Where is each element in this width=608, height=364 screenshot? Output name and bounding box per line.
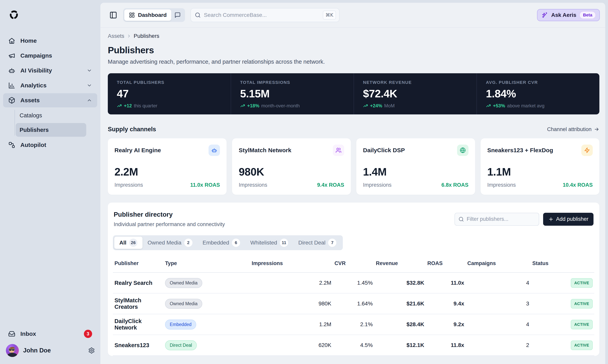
search-placeholder: Search CommerceBase...: [204, 12, 319, 18]
globe-icon: [457, 144, 468, 156]
content: Assets Publishers Publishers Manage adve…: [100, 28, 605, 356]
dashboard-tab[interactable]: Dashboard: [124, 9, 171, 21]
sidebar-item-autopilot[interactable]: Autopilot: [3, 138, 97, 152]
publisher-name: StylMatch Creators: [115, 297, 141, 310]
channel-card-realry[interactable]: Realry AI Engine 2.2M Impressions 11.0x …: [108, 138, 226, 195]
sidebar-item-assets[interactable]: Assets: [3, 93, 97, 107]
tab-count-badge: 7: [328, 239, 336, 247]
type-badge: Embedded: [165, 320, 196, 329]
tab-owned-media[interactable]: Owned Media 2: [143, 237, 198, 249]
revenue-cell: $32.8K: [374, 273, 426, 293]
sidebar-toggle-button[interactable]: [109, 11, 117, 19]
filter-placeholder: Filter publishers...: [467, 216, 508, 222]
sidebar-subitem-label: Catalogs: [20, 112, 42, 119]
sidebar-item-label: Autopilot: [20, 142, 46, 148]
inbox-icon: [8, 330, 15, 337]
sidebar-item-analytics[interactable]: Analytics: [3, 78, 97, 92]
tab-label: Whitelisted: [250, 240, 277, 246]
sidebar-item-campaigns[interactable]: Campaigns: [3, 49, 97, 63]
add-publisher-button[interactable]: Add publisher: [543, 213, 594, 226]
sidebar-item-ai-visibility[interactable]: AI Visibility: [3, 64, 97, 78]
breadcrumb-assets[interactable]: Assets: [108, 33, 124, 39]
type-badge: Owned Media: [165, 299, 202, 309]
col-impressions: Impressions: [250, 255, 333, 273]
panel-left-icon: [109, 11, 117, 19]
channel-name: StylMatch Network: [239, 144, 291, 154]
stat-delta: +53%: [493, 103, 505, 108]
channel-card-sneakers-flexdog[interactable]: Sneakers123 + FlexDog 1.1M Impressions 1…: [481, 138, 599, 195]
supply-channels-title: Supply channels: [108, 126, 156, 133]
type-badge: Direct Deal: [165, 340, 197, 350]
channel-card-dailyclick[interactable]: DailyClick DSP 1.4M Impressions 6.8x ROA…: [356, 138, 475, 195]
sidebar-item-home[interactable]: Home: [3, 34, 97, 48]
stat-label: TOTAL PUBLISHERS: [117, 80, 222, 85]
add-publisher-label: Add publisher: [556, 216, 588, 222]
sidebar-item-label: Inbox: [20, 330, 36, 337]
view-switcher: Dashboard: [123, 8, 185, 22]
chat-view-button[interactable]: [171, 9, 184, 21]
supply-channel-cards: Realry AI Engine 2.2M Impressions 11.0x …: [108, 138, 599, 195]
revenue-cell: $21.6K: [374, 293, 426, 314]
status-badge: ACTIVE: [571, 278, 593, 288]
stat-value: 1.84%: [486, 87, 590, 100]
table-row[interactable]: Sneakers123 Direct Deal 620K 4.5% $12.1K…: [113, 335, 594, 356]
page-subtitle: Manage advertising reach, performance, a…: [108, 59, 599, 65]
impressions-cell: 1.2M: [250, 314, 333, 335]
publisher-name: DailyClick Network: [115, 318, 142, 331]
col-publisher: Publisher: [113, 255, 163, 273]
channel-metric-label: Impressions: [115, 182, 143, 188]
arrow-right-icon: [594, 127, 599, 132]
tab-all[interactable]: All 26: [114, 237, 143, 249]
table-row[interactable]: DailyClick Network Embedded 1.2M 2.1% $2…: [113, 314, 594, 335]
home-icon: [8, 37, 15, 44]
roas-cell: 11.8x: [426, 335, 466, 356]
sidebar-item-label: Home: [20, 38, 37, 44]
channel-attribution-link[interactable]: Channel attribution: [547, 126, 599, 132]
revenue-cell: $28.4K: [374, 314, 426, 335]
campaigns-cell: 2: [466, 335, 531, 356]
stat-delta: +12: [124, 103, 132, 108]
channel-card-stylmatch[interactable]: StylMatch Network 980K Impressions 9.4x …: [232, 138, 351, 195]
sidebar-item-label: Campaigns: [20, 52, 52, 59]
col-cvr: CVR: [333, 255, 374, 273]
channel-attribution-label: Channel attribution: [547, 126, 592, 132]
global-search-input[interactable]: Search CommerceBase... ⌘K: [190, 8, 340, 22]
stat-value: 5.15M: [240, 87, 344, 100]
tab-count-badge: 11: [280, 239, 288, 247]
sidebar: Home Campaigns AI Visibility Analytics A…: [0, 0, 100, 364]
search-icon: [195, 12, 201, 18]
chevron-right-icon: [127, 34, 131, 39]
sidebar-item-catalogs[interactable]: Catalogs: [16, 108, 86, 122]
directory-subtitle: Individual partner performance and conne…: [114, 221, 225, 227]
roas-cell: 11.0x: [426, 273, 466, 293]
stat-value: $72.4K: [363, 87, 467, 100]
table-row[interactable]: Realry Search Owned Media 2.2M 1.45% $32…: [113, 273, 594, 293]
filter-publishers-input[interactable]: Filter publishers...: [455, 213, 539, 226]
cvr-cell: 2.1%: [333, 314, 374, 335]
table-header-row: Publisher Type Impressions CVR Revenue R…: [113, 255, 594, 273]
search-shortcut-badge: ⌘K: [323, 11, 336, 20]
col-type: Type: [163, 255, 250, 273]
chevron-down-icon: [87, 68, 92, 73]
chat-bubble-icon: [174, 12, 181, 18]
sidebar-item-inbox[interactable]: Inbox 3: [3, 327, 97, 341]
sidebar-item-label: AI Visibility: [20, 67, 52, 74]
search-icon: [458, 217, 464, 222]
tab-direct-deal[interactable]: Direct Deal 7: [293, 237, 342, 249]
plus-icon: [548, 217, 554, 222]
revenue-cell: $12.1K: [374, 335, 426, 356]
channel-name: Sneakers123 + FlexDog: [487, 144, 553, 154]
ask-aeris-label: Ask Aeris: [551, 12, 576, 18]
tab-embedded[interactable]: Embedded 6: [198, 237, 245, 249]
status-badge: ACTIVE: [571, 340, 593, 350]
ask-aeris-button[interactable]: Ask Aeris Beta: [537, 9, 600, 21]
impressions-cell: 2.2M: [250, 273, 333, 293]
table-row[interactable]: StylMatch Creators Owned Media 980K 1.64…: [113, 293, 594, 314]
tab-whitelisted[interactable]: Whitelisted 11: [245, 237, 293, 249]
channel-impressions-value: 2.2M: [115, 166, 220, 178]
status-badge: ACTIVE: [571, 299, 593, 309]
gear-icon[interactable]: [88, 347, 95, 354]
bot-icon: [209, 144, 220, 156]
user-row[interactable]: John Doe: [3, 344, 97, 357]
sidebar-item-publishers[interactable]: Publishers: [16, 123, 86, 137]
